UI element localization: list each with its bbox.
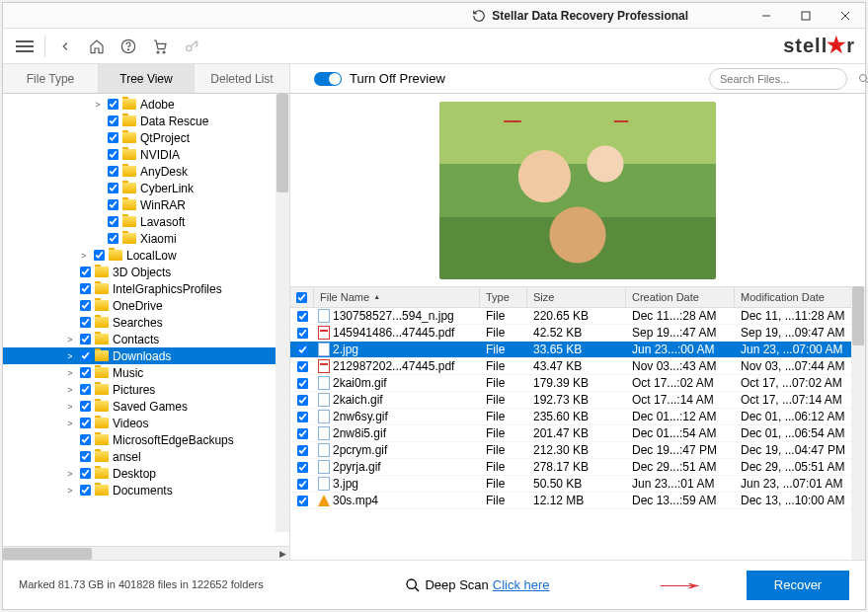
col-cdate[interactable]: Creation Date — [626, 287, 735, 307]
tree-view[interactable]: >AdobeData RescueQtProjectNVIDIAAnyDeskC… — [3, 94, 289, 498]
table-row[interactable]: 3.jpgFile50.50 KBJun 23...:01 AMJun 23, … — [290, 476, 865, 493]
tree-item-desktop[interactable]: >Desktop — [3, 465, 289, 482]
expand-arrow[interactable]: > — [64, 402, 76, 412]
tab-tree-view[interactable]: Tree View — [99, 64, 195, 93]
tree-item-searches[interactable]: Searches — [3, 314, 289, 331]
tree-checkbox[interactable] — [108, 166, 118, 177]
tree-item-documents[interactable]: >Documents — [3, 482, 289, 498]
table-row[interactable]: 2pcrym.gifFile212.30 KBDec 19...:47 PMDe… — [290, 442, 865, 459]
select-all-checkbox[interactable] — [296, 291, 307, 302]
tree-checkbox[interactable] — [80, 434, 91, 445]
tree-checkbox[interactable] — [108, 216, 118, 227]
tab-deleted-list[interactable]: Deleted List — [195, 64, 290, 93]
row-checkbox[interactable] — [296, 461, 307, 472]
expand-arrow[interactable]: > — [64, 351, 76, 361]
tree-item-videos[interactable]: >Videos — [3, 415, 289, 431]
tree-checkbox[interactable] — [108, 183, 118, 193]
tree-checkbox[interactable] — [80, 317, 91, 328]
tree-item-intelgraphicsprofiles[interactable]: IntelGraphicsProfiles — [3, 280, 289, 297]
tree-item-3d-objects[interactable]: 3D Objects — [3, 264, 289, 280]
search-box[interactable] — [709, 68, 847, 90]
table-row[interactable]: 145941486...47445.pdfFile42.52 KBSep 19.… — [290, 325, 865, 342]
tree-item-qtproject[interactable]: QtProject — [3, 129, 289, 146]
tree-item-music[interactable]: >Music — [3, 364, 289, 381]
tree-item-cyberlink[interactable]: CyberLink — [3, 180, 289, 196]
back-icon[interactable] — [53, 35, 77, 58]
scrollbar-thumb[interactable] — [276, 94, 288, 192]
expand-arrow[interactable]: > — [78, 251, 90, 261]
table-row[interactable]: 2nw6sy.gifFile235.60 KBDec 01...:12 AMDe… — [290, 409, 865, 425]
tree-checkbox[interactable] — [108, 199, 118, 210]
table-row[interactable]: 2nw8i5.gifFile201.47 KBDec 01...:54 AMDe… — [290, 425, 865, 442]
menu-icon[interactable] — [13, 35, 37, 58]
toggle-pill[interactable] — [314, 72, 342, 86]
close-button[interactable] — [826, 3, 865, 29]
minimize-button[interactable] — [747, 3, 786, 29]
key-icon[interactable] — [180, 35, 203, 58]
table-row[interactable]: 2kai0m.gifFile179.39 KBOct 17...:02 AMOc… — [290, 375, 865, 392]
col-type[interactable]: Type — [480, 287, 527, 307]
tree-item-locallow[interactable]: >LocalLow — [3, 247, 289, 264]
tree-item-winrar[interactable]: WinRAR — [3, 196, 289, 213]
row-checkbox[interactable] — [296, 495, 307, 505]
tree-item-onedrive[interactable]: OneDrive — [3, 297, 289, 314]
tree-item-microsoftedgebackups[interactable]: MicrosoftEdgeBackups — [3, 431, 289, 448]
tree-hscrollbar[interactable]: ▶ — [3, 546, 289, 560]
row-checkbox[interactable] — [296, 377, 307, 388]
cart-icon[interactable] — [148, 35, 172, 58]
expand-arrow[interactable]: > — [64, 385, 76, 395]
table-row[interactable]: 2kaich.gifFile192.73 KBOct 17...:14 AMOc… — [290, 392, 865, 409]
tree-checkbox[interactable] — [80, 384, 91, 395]
row-checkbox[interactable] — [296, 327, 307, 338]
tree-checkbox[interactable] — [80, 485, 91, 496]
tree-item-contacts[interactable]: >Contacts — [3, 331, 289, 347]
row-checkbox[interactable] — [296, 360, 307, 371]
deep-scan-link[interactable]: Click here — [493, 577, 550, 592]
tree-item-saved-games[interactable]: >Saved Games — [3, 398, 289, 415]
tree-checkbox[interactable] — [80, 334, 91, 344]
tree-item-data-rescue[interactable]: Data Rescue — [3, 113, 289, 129]
maximize-button[interactable] — [786, 3, 826, 29]
col-mdate[interactable]: Modification Date — [735, 287, 865, 307]
tree-checkbox[interactable] — [108, 99, 118, 110]
expand-arrow[interactable]: > — [64, 419, 76, 428]
search-input[interactable] — [718, 72, 858, 86]
scrollbar-thumb[interactable] — [852, 286, 864, 345]
recover-button[interactable]: Recover — [747, 571, 849, 600]
row-checkbox[interactable] — [296, 394, 307, 405]
tree-checkbox[interactable] — [80, 418, 91, 428]
tree-checkbox[interactable] — [80, 401, 91, 412]
tab-file-type[interactable]: File Type — [3, 64, 99, 93]
col-size[interactable]: Size — [527, 287, 626, 307]
scrollbar-thumb[interactable] — [3, 548, 92, 560]
grid-body[interactable]: 130758527...594_n.jpgFile220.65 KBDec 11… — [290, 308, 865, 560]
grid-vscrollbar[interactable] — [851, 286, 865, 560]
tree-checkbox[interactable] — [108, 132, 118, 143]
help-icon[interactable] — [117, 35, 140, 58]
row-checkbox[interactable] — [296, 411, 307, 421]
expand-arrow[interactable]: > — [92, 100, 104, 110]
tree-item-pictures[interactable]: >Pictures — [3, 381, 289, 398]
tree-checkbox[interactable] — [94, 250, 105, 261]
expand-arrow[interactable]: > — [64, 469, 76, 479]
tree-checkbox[interactable] — [80, 283, 91, 294]
row-checkbox[interactable] — [296, 427, 307, 438]
row-checkbox[interactable] — [296, 444, 307, 455]
tree-checkbox[interactable] — [108, 149, 118, 160]
tree-checkbox[interactable] — [80, 468, 91, 479]
tree-item-anydesk[interactable]: AnyDesk — [3, 163, 289, 180]
col-filename[interactable]: File Name▲ — [314, 287, 480, 307]
table-row[interactable]: 2pyrja.gifFile278.17 KBDec 29...:51 AMDe… — [290, 459, 865, 476]
table-row[interactable]: 30s.mp4File12.12 MBDec 13...:59 AMDec 13… — [290, 493, 865, 509]
header-checkbox-col[interactable] — [290, 287, 314, 307]
row-checkbox[interactable] — [296, 344, 307, 354]
tree-vscrollbar[interactable] — [276, 94, 289, 532]
table-row[interactable]: 2.jpgFile33.65 KBJun 23...:00 AMJun 23, … — [290, 342, 865, 358]
row-checkbox[interactable] — [296, 478, 307, 489]
scroll-right-icon[interactable]: ▶ — [276, 547, 289, 560]
expand-arrow[interactable]: > — [64, 368, 76, 378]
tree-item-ansel[interactable]: ansel — [3, 448, 289, 465]
preview-toggle[interactable]: Turn Off Preview — [314, 71, 445, 86]
tree-checkbox[interactable] — [80, 451, 91, 462]
tree-checkbox[interactable] — [80, 300, 91, 311]
